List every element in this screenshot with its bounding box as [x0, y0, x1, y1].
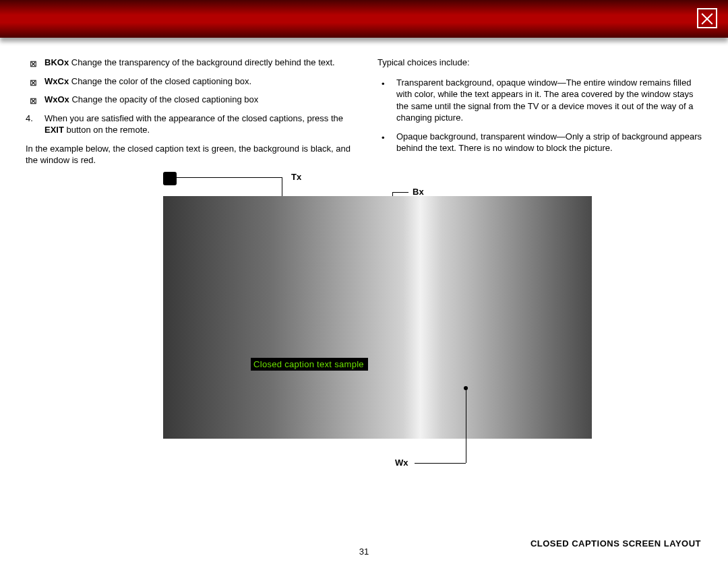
left-column: ⊠ BKOx Change the transparency of the ba…: [26, 57, 351, 175]
bullet-icon: •: [382, 132, 385, 144]
label-tx: Tx: [291, 172, 301, 182]
tv-screen: Closed caption text sample: [163, 196, 592, 439]
step-bold: EXIT: [44, 125, 64, 135]
option-term: BKOx: [44, 57, 69, 67]
step-text: button on the remote.: [64, 125, 150, 135]
callout-line: [392, 192, 408, 193]
typical-item: • Opaque background, transparent window—…: [377, 131, 702, 154]
content-columns: ⊠ BKOx Change the transparency of the ba…: [0, 38, 728, 175]
option-item: ⊠ WxOx Change the opacity of the closed …: [26, 94, 351, 106]
example-paragraph: In the example below, the closed caption…: [26, 143, 351, 166]
diagram: Tx Bx Closed caption text sample Wx: [26, 177, 702, 474]
option-term: WxCx: [44, 76, 69, 86]
bullet-icon: ⊠: [30, 95, 37, 107]
typical-text: Opaque background, transparent window—On…: [396, 131, 702, 154]
option-term: WxOx: [44, 94, 69, 104]
typical-intro: Typical choices include:: [377, 57, 702, 69]
closed-caption-sample: Closed caption text sample: [251, 358, 368, 371]
option-desc: Change the color of the closed captionin…: [69, 76, 251, 86]
option-item: ⊠ BKOx Change the transparency of the ba…: [26, 57, 351, 69]
bullet-icon: ⊠: [30, 58, 37, 70]
options-list: ⊠ BKOx Change the transparency of the ba…: [26, 57, 351, 106]
step-number: 4.: [26, 113, 33, 125]
bullet-icon: ⊠: [30, 77, 37, 89]
typical-text: Transparent background, opaque window—Th…: [396, 77, 694, 123]
option-item: ⊠ WxCx Change the color of the closed ca…: [26, 75, 351, 88]
bullet-icon: •: [382, 78, 385, 90]
right-column: Typical choices include: • Transparent b…: [377, 57, 702, 175]
option-desc: Change the transparency of the backgroun…: [69, 57, 335, 67]
label-bx: Bx: [413, 187, 424, 197]
typical-item: • Transparent background, opaque window—…: [377, 77, 702, 124]
typical-list: • Transparent background, opaque window—…: [377, 77, 702, 154]
step-list: 4. When you are satisfied with the appea…: [26, 113, 351, 136]
page-number: 31: [359, 547, 369, 557]
footer-caption: CLOSED CAPTIONS SCREEN LAYOUT: [530, 538, 701, 549]
step-item: 4. When you are satisfied with the appea…: [26, 113, 351, 136]
option-desc: Change the opacity of the closed caption…: [69, 94, 258, 104]
callout-line: [415, 463, 466, 464]
header-band: [0, 0, 728, 38]
step-text: When you are satisfied with the appearan…: [44, 113, 343, 123]
callout-line: [466, 389, 466, 463]
placeholder-icon: [697, 8, 717, 28]
cell-icon: [163, 172, 177, 185]
callout-line: [177, 177, 282, 178]
label-wx: Wx: [395, 458, 408, 468]
